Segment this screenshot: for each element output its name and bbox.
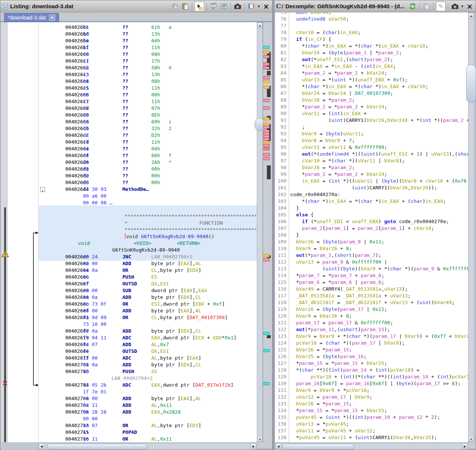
listing-row[interactable]: 004026c258??58hX	[1, 64, 257, 71]
listing-row[interactable]: *FUNCTION	[1, 220, 257, 226]
decompile-line[interactable]: 102code_r0x0040270a:	[275, 191, 468, 198]
listing-row[interactable]: 004026c711??11h	[1, 98, 257, 105]
decompile-line[interactable]: 98 bVar26 = *param_2;	[275, 164, 468, 171]
listing-row[interactable]: ****************************************…	[1, 226, 257, 233]
decompile-line[interactable]: 106 if (*unaff_EDI < unaff_EBX) goto cod…	[275, 218, 468, 225]
decompile-line[interactable]: 100 in_EAX = (int *)((uVar11 | (byte)(bV…	[275, 178, 468, 184]
listing-row[interactable]: 004026cf66??66hf	[1, 152, 257, 159]
listing-row[interactable]: 004026bd13??13h	[1, 31, 257, 38]
listing-row[interactable]: 0040270100 0aADDbyte ptr [EDX],CL	[1, 362, 257, 368]
decompile-line[interactable]: 75 bool bVar49;	[275, 12, 468, 16]
bookmark-mark-yellow[interactable]	[264, 80, 270, 83]
listing-row[interactable]: 004026ff12 00ADCAL,byte ptr [EAX]	[1, 355, 257, 362]
decompile-line[interactable]: 80 *(char *)in_EAX = *(char *)in_EAX + c…	[275, 43, 468, 50]
decompile-hscroll-thumb[interactable]	[282, 444, 354, 450]
decompile-line[interactable]: 115 *param_6 = *param_6 | param_8;	[275, 279, 468, 286]
decompile-line[interactable]: 131 bVar9 = bVar9 + *pcVar18;	[275, 387, 468, 394]
listing-row[interactable]: 00 00	[1, 416, 257, 422]
decompile-line[interactable]: 118 _DAT_db32181f = _DAT_db32181f + uVar…	[275, 299, 468, 306]
bookmark-mark-orange[interactable]	[264, 147, 270, 150]
bookmark-mark-red[interactable]	[264, 76, 270, 79]
listing-row[interactable]: 004026cb32??32h2	[1, 125, 257, 132]
decompile-line[interactable]: 125 bVar26 = *param_15;	[275, 346, 468, 353]
decompile-line[interactable]: 126 bVar25 = (byte)param_16;	[275, 353, 468, 360]
listing-row[interactable]: 00 00 08 …	[1, 200, 257, 206]
listing-row[interactable]: 0040270413 05 2bADCEAX,dword ptr [DAT_01…	[1, 382, 257, 388]
decompile-line[interactable]: 94 bVar8 = bVar9 + 7;	[275, 137, 468, 144]
decompile-line[interactable]: 130 param_16[0x6f] = param_16[0x6f] | (b…	[275, 380, 468, 387]
close-panel-icon[interactable]: ×	[262, 2, 271, 11]
decompile-content[interactable]: 75 bool bVar49;76 undefined8 uVar50;7778…	[275, 12, 468, 442]
bookmark-mark-red[interactable]	[264, 99, 270, 102]
listing-row[interactable]: 004026e76fOUTSDDX,ESI	[1, 280, 257, 287]
decompile-line[interactable]: 97 cVar10 = *(char *)(uVar11 | bVar8);	[275, 158, 468, 164]
decompile-line[interactable]: 127 *param_15 = *param_15 + bVar25;	[275, 360, 468, 367]
bookmark-mark-yellow[interactable]	[264, 86, 270, 89]
listing-row[interactable]: 0040270e05 28 28ADDEAX,0x2828	[1, 409, 257, 416]
decompile-line[interactable]: 123 bVar9 = bVar9 + *(char *)(param_17 |…	[275, 333, 468, 340]
bookmark-mark-cyan[interactable]	[264, 349, 270, 352]
decompile-line[interactable]: 128 *(char **)((int)param_14 + (int)pcVa…	[275, 367, 468, 374]
scroll-left-icon[interactable]: ◀	[276, 443, 281, 449]
bookmark-mark-cyan[interactable]	[264, 382, 270, 385]
listing-row[interactable]: 004026ea00 0aADDbyte ptr [EDX],CL	[1, 294, 257, 301]
listing-row[interactable]: 004026ce04??04h	[1, 146, 257, 152]
listing-row[interactable]: 004026d200??00h	[1, 172, 257, 179]
bookmark-mark-red[interactable]	[264, 157, 270, 160]
listing-row[interactable]: 004026e829 00SUBdword ptr [EAX],EAX	[1, 287, 257, 294]
bookmark-mark-red[interactable]	[264, 258, 270, 261]
scroll-down-icon[interactable]: ▼	[257, 436, 262, 442]
listing-row[interactable]: 004026c008??08h	[1, 51, 257, 58]
listing-row[interactable]: 004026ca69??69hi	[1, 118, 257, 125]
decompile-line[interactable]: 86 *(char *)in_EAX = *(char *)in_EAX + c…	[275, 83, 468, 90]
bookmark-mark-red[interactable]	[264, 138, 270, 141]
decompile-line[interactable]: 85 uVar13 = *(uint *)(unaff_EBX + 0xf);	[275, 76, 468, 83]
decompile-line[interactable]: 132 uVar12 = param_17 | bVar9;	[275, 394, 468, 400]
decompile-line[interactable]: 121 param_17 = param_17 & 0xffffff00;	[275, 320, 468, 326]
listing-row[interactable]: 004026fe6fOUTSDDX,ESI	[1, 348, 257, 355]
tab-close-icon[interactable]: ×	[49, 15, 55, 21]
edit-icon[interactable]: ✎	[436, 2, 446, 11]
bookmark-mark-yellow[interactable]	[264, 254, 270, 257]
paste-icon[interactable]	[181, 2, 190, 11]
listing-row[interactable]: 004026be04??04h	[1, 38, 257, 44]
listing-row[interactable]: 004026c408??08h	[1, 78, 257, 85]
listing-row[interactable]	[1, 206, 257, 213]
bookmark-mark-red[interactable]	[264, 153, 270, 156]
decompile-line[interactable]: 108 }	[275, 232, 468, 238]
decompile-line[interactable]: 136 uVar13 = *puVar45;	[275, 421, 468, 428]
scroll-left-icon[interactable]: ◀	[39, 443, 44, 449]
scroll-down-icon[interactable]: ▼	[468, 436, 474, 442]
decompile-line[interactable]: 111 out(*param_3,(short)param_7);	[275, 252, 468, 259]
listing-row[interactable]: 004026ec0b 73 0fORESI,dword ptr [EBX + 0…	[1, 301, 257, 308]
decompile-line[interactable]: 87 bVar24 = bVar24 | DAT_00107309;	[275, 90, 468, 97]
marker-margin[interactable]	[263, 22, 271, 442]
decompile-line[interactable]: 114 *param_7 = *param_7 + param_8;	[275, 272, 468, 279]
listing-row[interactable]: 004026bf11??11h	[1, 44, 257, 51]
decompile-line[interactable]: 105 else {	[275, 212, 468, 218]
decompile-line[interactable]: 78 cVar10 = (char)in_EAX;	[275, 29, 468, 36]
listing-row[interactable]: 004026c511??11h	[1, 85, 257, 92]
listing-row[interactable]: 004026c117??17h	[1, 58, 257, 64]
decompile-line[interactable]: 119 bVar26 = (byte)param_17 | 0x11;	[275, 306, 468, 313]
decompile-line[interactable]: 77	[275, 22, 468, 29]
decompile-line[interactable]: 93 bVar9 = (byte)uVar11;	[275, 130, 468, 137]
decompile-line[interactable]: 113 (uint)(byte)(bVar9 + *(char *)(param…	[275, 266, 468, 272]
listing-row[interactable]: 004026f913 04 11ADCEAX,dword ptr [ECX + …	[1, 334, 257, 341]
decompile-line[interactable]: 110 bVar9 = bVar26 + 8;	[275, 245, 468, 252]
decompile-line[interactable]: 133 bVar26 = *param_15;	[275, 400, 468, 407]
bookmark-mark-red[interactable]	[264, 126, 270, 129]
listing-row[interactable]: 0040271561POPAD	[1, 429, 257, 436]
scroll-up-icon[interactable]: ▲	[257, 22, 262, 28]
snapshot-icon[interactable]	[233, 2, 242, 11]
decompile-line[interactable]: 81 bVar24 = (byte)param_1 | *param_2;	[275, 50, 468, 56]
decompile-line[interactable]: 76 undefined8 uVar50;	[275, 16, 468, 22]
decompile-line[interactable]: 101 (uint)CARRY1(bVar26,bVar24));	[275, 184, 468, 191]
bookmark-mark-red[interactable]	[264, 66, 270, 69]
decompile-line[interactable]: 122 out(*param_11,(ushort)param_15);	[275, 326, 468, 333]
listing-row[interactable]: 004026c807??07h	[1, 105, 257, 112]
decompile-line[interactable]: 129 pcVar18 + (int)(*(char **)((int)para…	[275, 374, 468, 380]
listing-row[interactable]: 0040270a00 00ADDbyte ptr [EAX],AL	[1, 395, 257, 402]
diff-view-icon[interactable]	[219, 2, 228, 11]
error-bookmark-icon[interactable]: ×	[2, 378, 8, 387]
